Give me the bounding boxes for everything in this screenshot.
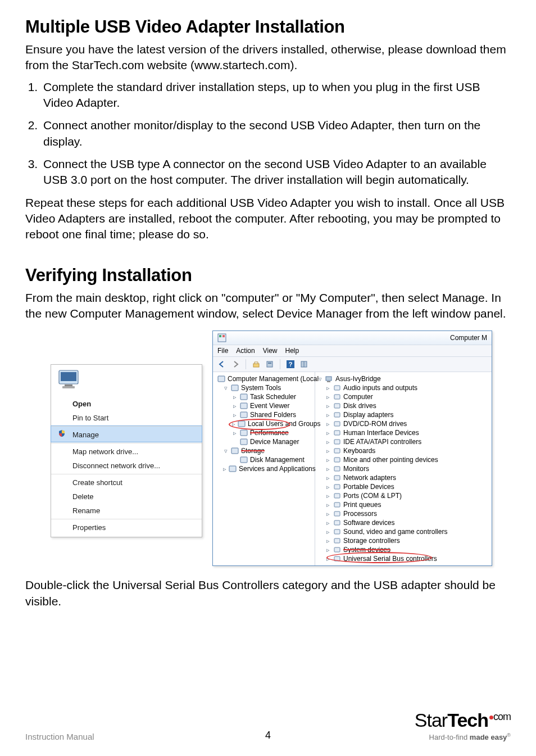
toolbar-back-icon[interactable]: [216, 359, 228, 370]
users-icon: [238, 420, 246, 428]
device-category[interactable]: ▹Software devices: [315, 518, 492, 527]
device-category[interactable]: ▹Computer: [315, 392, 492, 401]
tree-item[interactable]: ▿System Tools: [213, 383, 315, 392]
device-category[interactable]: ▹Storage controllers: [315, 536, 492, 545]
svg-rect-2: [65, 384, 72, 386]
context-menu-item[interactable]: Rename: [51, 504, 202, 518]
device-category[interactable]: ▹Audio inputs and outputs: [315, 383, 492, 392]
context-menu-item-label: Open: [72, 400, 91, 408]
tree-item-label: Performance: [250, 429, 289, 437]
tree-item[interactable]: Disk Management: [213, 455, 315, 464]
device-tree-root[interactable]: ▿Asus-IvyBridge: [315, 374, 492, 383]
device-category[interactable]: ▹Portable Devices: [315, 482, 492, 491]
toolbar-forward-icon[interactable]: [230, 359, 241, 370]
device-category[interactable]: ▹Display adapters: [315, 410, 492, 419]
tree-item-label: Processors: [343, 510, 377, 518]
svg-rect-23: [240, 457, 247, 463]
heading-multiple-install: Multiple USB Video Adapter Installation: [25, 17, 511, 37]
tree-twisty-icon: ▹: [325, 546, 331, 554]
tree-item[interactable]: ▹Event Viewer: [213, 401, 315, 410]
svg-rect-30: [334, 413, 340, 417]
device-category-icon: [333, 519, 341, 527]
context-menu-item[interactable]: Open: [51, 397, 202, 411]
device-category[interactable]: ▹DVD/CD-ROM drives: [315, 419, 492, 428]
screenshot-row: OpenPin to StartManageMap network drive.…: [51, 331, 511, 566]
device-category[interactable]: ▹Universal Serial Bus controllers: [315, 554, 492, 563]
device-category[interactable]: ▹Keyboards: [315, 446, 492, 455]
tree-item[interactable]: ▹Shared Folders: [213, 410, 315, 419]
svg-rect-21: [240, 439, 247, 445]
context-menu-item[interactable]: Manage: [51, 426, 202, 442]
context-menu-item[interactable]: Pin to Start: [51, 411, 202, 425]
tree-item[interactable]: ▿Storage: [213, 446, 315, 455]
context-menu-item[interactable]: Map network drive...: [51, 443, 202, 459]
context-menu-item[interactable]: Create shortcut: [51, 474, 202, 490]
tree-item-label: Network adapters: [343, 474, 396, 482]
context-menu-item[interactable]: Disconnect network drive...: [51, 459, 202, 473]
device-category[interactable]: ▹Mice and other pointing devices: [315, 455, 492, 464]
svg-rect-5: [219, 335, 221, 337]
menu-action[interactable]: Action: [236, 347, 255, 355]
toolbar-up-icon[interactable]: [251, 359, 262, 370]
context-menu-item-label: Manage: [72, 431, 99, 439]
svg-rect-25: [326, 377, 331, 381]
shield-icon: [58, 429, 66, 437]
tree-item[interactable]: Computer Management (Local: [213, 374, 315, 383]
tree-twisty-icon: ▹: [232, 420, 235, 428]
tree-twisty-icon: ▹: [232, 411, 238, 419]
device-category[interactable]: ▹System devices: [315, 545, 492, 554]
menu-help[interactable]: Help: [285, 347, 299, 355]
device-category[interactable]: ▹Sound, video and game controllers: [315, 527, 492, 536]
device-category[interactable]: ▹Processors: [315, 509, 492, 518]
tree-item[interactable]: Device Manager: [213, 437, 315, 446]
tree-item[interactable]: ▹Local Users and Groups: [213, 419, 315, 428]
svg-rect-15: [231, 385, 238, 391]
svg-rect-32: [334, 431, 340, 435]
context-menu-item-label: Create shortcut: [72, 478, 122, 487]
tree-twisty-icon: ▹: [232, 393, 238, 401]
svg-rect-29: [334, 404, 340, 408]
tree-item-label: Storage controllers: [343, 537, 400, 545]
device-category[interactable]: ▹IDE ATA/ATAPI controllers: [315, 437, 492, 446]
device-category[interactable]: ▹Monitors: [315, 464, 492, 473]
tree-twisty-icon: ▹: [223, 465, 226, 473]
tree-item[interactable]: ▹Performance: [213, 428, 315, 437]
svg-rect-36: [334, 467, 340, 471]
tree-twisty-icon: ▹: [325, 420, 331, 428]
toolbar-refresh-icon[interactable]: [298, 359, 310, 370]
tree-item-label: Task Scheduler: [250, 393, 296, 401]
context-menu-item[interactable]: Delete: [51, 490, 202, 504]
svg-rect-28: [334, 395, 340, 399]
device-category[interactable]: ▹Print queues: [315, 500, 492, 509]
svg-rect-44: [334, 538, 340, 543]
toolbar-help-icon[interactable]: ?: [285, 359, 296, 370]
tree-twisty-icon: ▹: [325, 555, 331, 563]
tree-item-label: Sound, video and game controllers: [343, 528, 447, 536]
cm-right-tree: ▿Asus-IvyBridge▹Audio inputs and outputs…: [315, 372, 492, 565]
event-icon: [240, 402, 248, 410]
toolbar-properties-icon[interactable]: [264, 359, 275, 370]
context-menu-item[interactable]: Properties: [51, 519, 202, 535]
step-3: Connect the USB type A connector on the …: [41, 156, 511, 188]
svg-rect-41: [334, 511, 340, 516]
cm-title: Computer M: [450, 334, 487, 342]
svg-rect-33: [334, 440, 340, 444]
tree-item-label: Print queues: [343, 501, 381, 509]
device-category[interactable]: ▹Disk drives: [315, 401, 492, 410]
menu-view[interactable]: View: [263, 347, 278, 355]
tree-item[interactable]: ▹Task Scheduler: [213, 392, 315, 401]
svg-rect-40: [334, 503, 340, 507]
tree-item[interactable]: ▹Services and Applications: [213, 464, 315, 473]
device-category[interactable]: ▹Ports (COM & LPT): [315, 491, 492, 500]
logo-tagline: Hard-to-find made easy®: [415, 732, 511, 741]
device-category[interactable]: ▹Network adapters: [315, 473, 492, 482]
tree-item-label: Software devices: [343, 519, 394, 527]
device-category-icon: [333, 429, 341, 437]
toolbar-separator: [246, 359, 246, 369]
menu-file[interactable]: File: [217, 347, 228, 355]
tree-item-label: Device Manager: [250, 438, 299, 446]
device-category[interactable]: ▹Human Interface Devices: [315, 428, 492, 437]
tree-twisty-icon: ▹: [232, 402, 238, 410]
device-category-icon: [333, 510, 341, 518]
disk-icon: [240, 456, 248, 464]
